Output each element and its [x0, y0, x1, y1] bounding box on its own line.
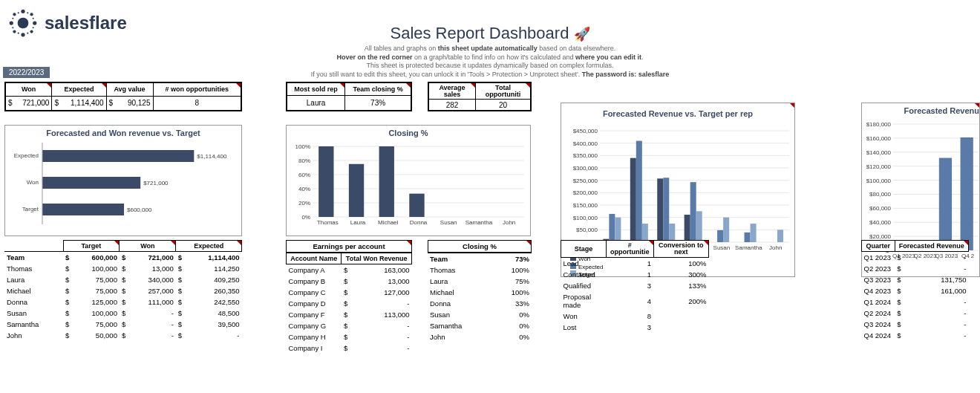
svg-rect-75: [615, 218, 621, 242]
chart2-title: Closing %: [287, 129, 530, 137]
chart3-title: Forecasted Revenue vs. Target per rep: [561, 109, 794, 118]
svg-text:Susan: Susan: [440, 219, 457, 226]
chart-row: Forecasted and Won revenue vs. Target Ex…: [0, 117, 980, 240]
kpi-panel-1: Won Expected Avg value # won opportuniti…: [4, 82, 242, 111]
svg-text:$160,000: $160,000: [866, 135, 892, 142]
kpi2-rep: Laura: [287, 96, 345, 111]
svg-text:20%: 20%: [298, 200, 310, 207]
svg-rect-45: [409, 194, 424, 217]
svg-text:$1,114,400: $1,114,400: [197, 153, 227, 160]
svg-text:$180,000: $180,000: [866, 121, 892, 128]
kpi3-tot-header: Total opportuniti: [476, 83, 531, 100]
svg-rect-125: [939, 158, 952, 250]
svg-point-2: [30, 13, 33, 16]
table-closing: Closing % Team73%Thomas100%Laura75%Micha…: [428, 240, 532, 342]
svg-text:$200,000: $200,000: [573, 189, 598, 196]
table-team-targets: Target Won Expected Team$600,000$721,000…: [4, 240, 242, 341]
svg-point-9: [18, 12, 19, 13]
svg-text:Expected: Expected: [14, 152, 39, 159]
svg-text:Won: Won: [27, 179, 39, 186]
svg-point-11: [33, 18, 34, 19]
chart-closing: Closing % 0%20%40%60%80%100%ThomasLauraM…: [286, 125, 531, 236]
kpi2-close: 73%: [345, 96, 411, 111]
svg-text:Samantha: Samantha: [466, 219, 493, 226]
tables-row: Target Won Expected Team$600,000$721,000…: [0, 240, 980, 389]
chart1-svg: Expected$1,114,400Won$721,000Target$600,…: [5, 139, 243, 232]
kpi1-opp-header: # won opportunities: [153, 83, 241, 97]
svg-point-8: [13, 13, 16, 16]
svg-rect-41: [349, 164, 364, 217]
svg-text:$150,000: $150,000: [573, 202, 598, 209]
table-funnel: Stage # opportunitie Conversion to next …: [561, 240, 709, 333]
svg-text:Target: Target: [22, 206, 39, 212]
kpi3-avg-header: Average sales: [429, 83, 476, 100]
svg-text:$20,000: $20,000: [869, 233, 891, 240]
kpi-panel-2: Most sold rep Team closing % Laura 73%: [286, 82, 412, 111]
svg-text:60%: 60%: [298, 172, 310, 178]
svg-point-16: [12, 18, 13, 19]
svg-text:$400,000: $400,000: [573, 140, 598, 147]
svg-rect-86: [690, 182, 696, 242]
kpi3-tot: 20: [476, 100, 531, 111]
subtitle: All tables and graphs on this sheet upda…: [0, 45, 980, 79]
svg-text:$80,000: $80,000: [869, 191, 891, 198]
svg-text:0%: 0%: [301, 214, 310, 221]
header: salesflare Sales Report Dashboard 🚀 All …: [0, 0, 980, 82]
svg-text:Laura: Laura: [350, 219, 366, 226]
svg-rect-74: [609, 214, 615, 242]
svg-text:$250,000: $250,000: [573, 178, 598, 184]
svg-text:Michael: Michael: [378, 219, 399, 226]
rocket-icon: 🚀: [574, 27, 590, 42]
svg-rect-82: [663, 178, 669, 242]
kpi2-rep-header: Most sold rep: [287, 83, 345, 96]
year-tab[interactable]: 2022/2023: [3, 67, 50, 78]
svg-rect-91: [723, 218, 729, 242]
chart2-svg: 0%20%40%60%80%100%ThomasLauraMichaelDonn…: [287, 139, 532, 232]
svg-text:$600,000: $600,000: [127, 207, 152, 213]
svg-text:$300,000: $300,000: [573, 165, 598, 172]
svg-text:$140,000: $140,000: [866, 149, 892, 156]
kpi1-expected-header: Expected: [52, 83, 106, 97]
svg-text:$450,000: $450,000: [573, 128, 598, 134]
table-earnings: Earnings per account Account Name Total …: [286, 240, 412, 354]
svg-rect-127: [961, 137, 973, 250]
page-title: Sales Report Dashboard 🚀: [0, 24, 980, 43]
svg-point-1: [21, 10, 24, 13]
svg-rect-87: [696, 211, 702, 242]
kpi-panel-3: Average sales Total opportuniti 282 20: [428, 82, 532, 111]
chart1-title: Forecasted and Won revenue vs. Target: [5, 129, 241, 137]
svg-text:$120,000: $120,000: [866, 163, 892, 170]
table-forecast-quarter: Quarter Forecasted Revenue Q1 2023$-Q2 2…: [861, 240, 969, 341]
svg-rect-85: [685, 215, 690, 242]
svg-text:100%: 100%: [295, 143, 310, 150]
title-text: Sales Report Dashboard: [390, 24, 569, 42]
svg-text:80%: 80%: [298, 157, 310, 164]
svg-text:$100,000: $100,000: [866, 178, 892, 184]
svg-text:$100,000: $100,000: [573, 215, 598, 221]
kpi1-expected: $1,114,400: [52, 96, 106, 110]
svg-text:$60,000: $60,000: [869, 205, 891, 212]
chart3-svg: $-$50,000$100,000$150,000$200,000$250,00…: [561, 120, 796, 253]
chart-hbar: Forecasted and Won revenue vs. Target Ex…: [4, 125, 242, 236]
kpi1-won-header: Won: [6, 83, 52, 97]
svg-text:$50,000: $50,000: [576, 227, 598, 233]
svg-rect-21: [42, 177, 140, 189]
kpi2-close-header: Team closing %: [345, 83, 411, 96]
svg-rect-78: [636, 141, 642, 242]
svg-rect-77: [630, 158, 636, 242]
svg-rect-18: [42, 150, 194, 162]
svg-rect-43: [379, 146, 394, 217]
kpi1-opp: 8: [153, 96, 241, 110]
kpi1-avg: $90,125: [106, 96, 153, 110]
svg-rect-24: [42, 204, 124, 215]
kpi-row: Won Expected Avg value # won opportuniti…: [0, 82, 980, 117]
chart4-title: Forecasted Revenu: [862, 106, 979, 115]
kpi3-avg: 282: [429, 100, 476, 111]
svg-text:$350,000: $350,000: [573, 152, 598, 159]
svg-text:40%: 40%: [298, 186, 310, 192]
svg-text:John: John: [503, 219, 515, 226]
svg-rect-39: [318, 146, 333, 217]
svg-rect-81: [657, 178, 663, 242]
svg-text:Donna: Donna: [410, 219, 428, 226]
svg-text:Thomas: Thomas: [317, 219, 339, 226]
